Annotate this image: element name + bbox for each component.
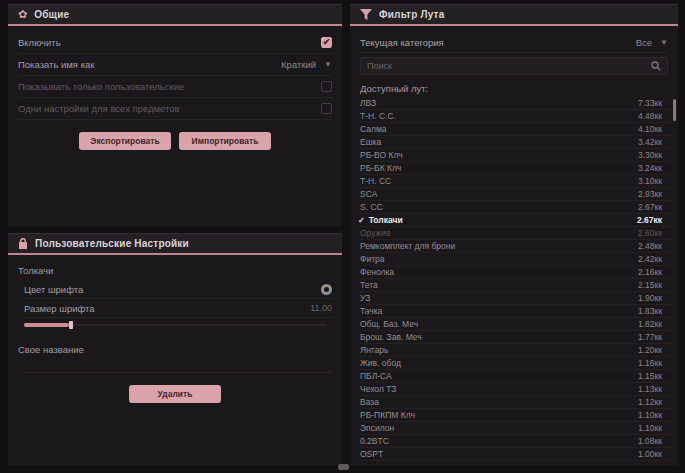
slider-handle[interactable] <box>69 321 73 329</box>
loot-list-item[interactable]: 0.2BTC1.08кк <box>360 435 672 448</box>
loot-item-name: РБ-ВО Клч <box>360 150 403 160</box>
loot-list-item[interactable]: ПБЛ-СА1.15кк <box>360 370 672 383</box>
enable-checkbox[interactable]: ✔ <box>321 37 332 48</box>
loot-list-item[interactable]: S. СС2.67кк <box>360 201 672 214</box>
loot-item-value: 1.00кк <box>638 449 662 459</box>
loot-item-name: ПБЛ-СА <box>360 371 392 381</box>
category-dropdown[interactable]: Все ▼ <box>636 37 668 48</box>
loot-item-value: 3.30кк <box>638 150 662 160</box>
loot-item-name: Фенолка <box>360 267 394 277</box>
slider-fill <box>24 323 69 327</box>
name-mode-dropdown[interactable]: Краткий ▼ <box>281 59 332 70</box>
loot-item-value: 3.42кк <box>638 137 662 147</box>
loot-list-item[interactable]: РБ-БК Клч3.24кк <box>360 162 672 175</box>
category-label: Текущая категория <box>360 37 444 48</box>
loot-item-name: Жив. обод <box>360 358 401 368</box>
loot-item-value: 2.48кк <box>638 241 662 251</box>
loot-list-item[interactable]: Эпсилон1.10кк <box>360 422 672 435</box>
same-settings-checkbox[interactable] <box>321 103 332 114</box>
font-size-row: Размер шрифта 11.00 <box>24 299 332 318</box>
loot-item-name: Ремкомплект для брони <box>360 241 455 251</box>
loot-list-item[interactable]: Фенолка2.16кк <box>360 266 672 279</box>
loot-item-value: 1.10кк <box>638 423 662 433</box>
loot-item-value: 1.77кк <box>638 332 662 342</box>
search-placeholder: Поиск <box>367 61 392 71</box>
import-button[interactable]: Импортировать <box>179 132 271 150</box>
loot-list-item[interactable]: SCA2.93кк <box>360 188 672 201</box>
loot-list-item[interactable]: РБ-ВО Клч3.30кк <box>360 149 672 162</box>
loot-list-item[interactable]: Жив. обод1.16кк <box>360 357 672 370</box>
user-settings-header: Пользовательские Настройки <box>8 234 342 253</box>
font-size-slider[interactable] <box>24 320 326 330</box>
font-color-row: Цвет шрифта <box>24 280 332 299</box>
color-wheel-icon[interactable] <box>321 284 332 295</box>
loot-item-value: 4.48кк <box>638 111 662 121</box>
loot-list-item[interactable]: Ремкомплект для брони2.48кк <box>360 240 672 253</box>
custom-name-input[interactable] <box>24 359 332 373</box>
accent-divider <box>8 24 342 26</box>
loot-list-item[interactable]: OSPT1.00кк <box>360 448 672 461</box>
name-mode-label: Показать имя как <box>18 59 94 70</box>
font-size-label: Размер шрифта <box>24 303 95 314</box>
loot-item-value: 1.16кк <box>638 358 662 368</box>
loot-list-item[interactable]: РБ-ПКПМ Клч1.10кк <box>360 409 672 422</box>
loot-item-name: Оружие <box>360 228 391 238</box>
loot-list-item[interactable]: Фитра2.42кк <box>360 253 672 266</box>
loot-item-name: ✓Толкачи <box>360 215 403 225</box>
loot-list-item[interactable]: Брош. Зав. Меч1.77кк <box>360 331 672 344</box>
export-button[interactable]: Экспортировать <box>79 132 171 150</box>
loot-item-value: 2.60кк <box>638 228 662 238</box>
font-color-label: Цвет шрифта <box>24 284 83 295</box>
search-input[interactable]: Поиск <box>360 57 668 75</box>
window-drag-grip[interactable] <box>338 464 349 470</box>
loot-list-item[interactable]: Тета2.15кк <box>360 279 672 292</box>
category-value: Все <box>636 37 652 48</box>
chevron-down-icon: ▼ <box>324 60 332 69</box>
loot-item-value: 2.16кк <box>638 267 662 277</box>
loot-list-item[interactable]: Ешка3.42кк <box>360 136 672 149</box>
loot-list-item[interactable]: Общ. Баз. Меч1.82кк <box>360 318 672 331</box>
loot-list-item[interactable]: Т-Н. С.С.4.48кк <box>360 110 672 123</box>
loot-item-value: 3.24кк <box>638 163 662 173</box>
available-loot-label: Доступный лут: <box>360 83 668 94</box>
loot-list-item[interactable]: УЗ1.90кк <box>360 292 672 305</box>
loot-item-name: РБ-БК Клч <box>360 163 401 173</box>
scrollbar-thumb[interactable] <box>673 99 676 121</box>
loot-list-item[interactable]: ✓Толкачи2.67кк <box>360 214 672 227</box>
loot-list-item[interactable]: Т-Н. СС3.10кк <box>360 175 672 188</box>
enable-label: Включить <box>18 37 61 48</box>
loot-list-item[interactable]: ЛВЗ7.33кк <box>360 97 672 110</box>
loot-list: ЛВЗ7.33ккТ-Н. С.С.4.48ккСалма4.10ккЕшка3… <box>360 97 672 461</box>
setting-row-only-custom: Показывать только пользовательские <box>18 76 332 98</box>
loot-item-name: Т-Н. СС <box>360 176 391 186</box>
loot-list-item[interactable]: Салма4.10кк <box>360 123 672 136</box>
category-row: Текущая категория Все ▼ <box>360 32 668 53</box>
loot-list-item[interactable]: Тачка1.83кк <box>360 305 672 318</box>
loot-item-value: 2.42кк <box>638 254 662 264</box>
loot-filter-panel: Фильтр Лута Текущая категория Все ▼ Поис… <box>350 4 678 465</box>
same-settings-label: Одни настройки для всех предметов <box>18 103 180 114</box>
delete-button[interactable]: Удалить <box>129 385 221 403</box>
loot-item-value: 2.67кк <box>638 202 662 212</box>
loot-item-name: Тачка <box>360 306 382 316</box>
loot-filter-title: Фильтр Лута <box>379 9 444 20</box>
loot-item-value: 1.15кк <box>638 371 662 381</box>
only-custom-checkbox[interactable] <box>321 81 332 92</box>
loot-list-item[interactable]: Оружие2.60кк <box>360 227 672 240</box>
loot-item-name: Чехол ТЗ <box>360 384 396 394</box>
loot-item-value: 2.93кк <box>638 189 662 199</box>
selected-item-label: Толкачи <box>18 265 332 276</box>
loot-list-item[interactable]: Ваза1.12кк <box>360 396 672 409</box>
loot-item-name: Янтарь <box>360 345 389 355</box>
loot-list-item[interactable]: Чехол ТЗ1.13кк <box>360 383 672 396</box>
accent-divider <box>8 253 342 255</box>
general-panel-header: ✿ Общие <box>8 5 342 24</box>
loot-item-value: 1.13кк <box>638 384 662 394</box>
loot-item-name: OSPT <box>360 449 383 459</box>
user-settings-title: Пользовательские Настройки <box>35 238 189 249</box>
loot-list-item[interactable]: Янтарь1.20кк <box>360 344 672 357</box>
loot-item-name: SCA <box>360 189 377 199</box>
loot-item-value: 1.83кк <box>638 306 662 316</box>
check-icon: ✓ <box>358 216 365 225</box>
loot-item-value: 1.20кк <box>638 345 662 355</box>
